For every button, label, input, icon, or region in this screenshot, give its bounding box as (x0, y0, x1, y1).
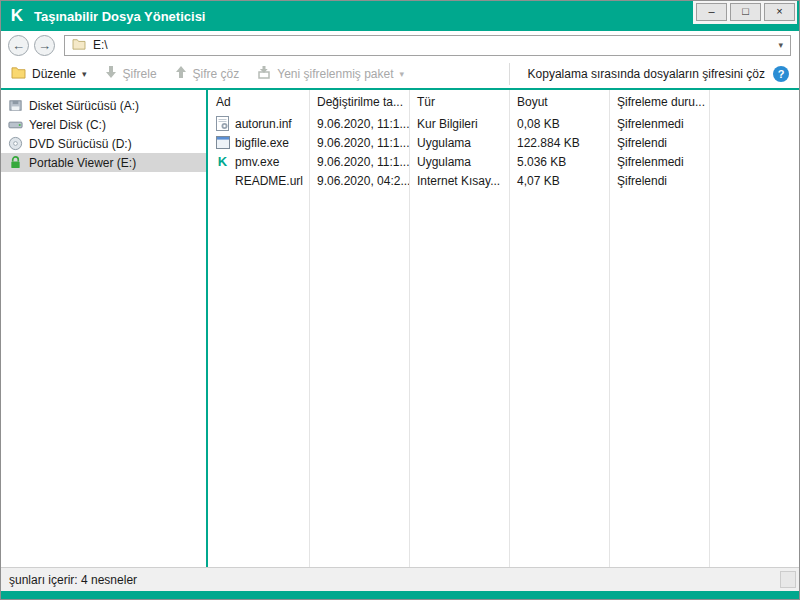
file-name: pmv.exe (235, 155, 279, 169)
minimize-button[interactable]: – (696, 3, 727, 21)
window-controls: – □ × (693, 1, 797, 24)
window-title: Taşınabilir Dosya Yöneticisi (34, 9, 205, 24)
titlebar: K Taşınabilir Dosya Yöneticisi (1, 1, 799, 31)
floppy-drive-icon (7, 98, 23, 113)
application-file-icon (215, 136, 230, 149)
file-size: 0,08 KB (509, 117, 609, 131)
status-text: şunları içerir: 4 nesneler (9, 573, 137, 587)
address-text: E:\ (93, 38, 771, 52)
encrypt-button[interactable]: Şifrele (105, 65, 157, 82)
file-name-cell: autorun.inf (208, 116, 309, 131)
sidebar-item-floppy-a[interactable]: Disket Sürücüsü (A:) (1, 96, 206, 115)
decrypt-on-copy-label: Kopyalama sırasında dosyaların şifresini… (528, 67, 765, 81)
file-size: 4,07 KB (509, 174, 609, 188)
sidebar-item-label: Portable Viewer (E:) (29, 156, 136, 170)
column-divider[interactable] (509, 90, 510, 567)
file-size: 5.036 KB (509, 155, 609, 169)
file-type: Uygulama (409, 136, 509, 150)
back-arrow-icon: ← (12, 38, 25, 53)
decrypt-label: Şifre çöz (193, 67, 240, 81)
sidebar-item-label: Yerel Disk (C:) (29, 118, 106, 132)
column-header-type[interactable]: Tür (409, 95, 509, 109)
file-type: Internet Kısay... (409, 174, 509, 188)
file-modified: 9.06.2020, 11:1... (309, 136, 409, 150)
file-name-cell: K pmv.exe (208, 154, 309, 169)
file-row[interactable]: autorun.inf 9.06.2020, 11:1... Kur Bilgi… (208, 114, 799, 133)
file-name: autorun.inf (235, 117, 292, 131)
file-encryption: Şifrelendi (609, 136, 709, 150)
column-divider[interactable] (709, 90, 710, 567)
hard-disk-icon (7, 117, 23, 132)
file-type: Uygulama (409, 155, 509, 169)
back-button[interactable]: ← (8, 35, 29, 56)
decrypt-button[interactable]: Şifre çöz (175, 65, 240, 82)
dvd-drive-icon (7, 136, 23, 151)
file-type: Kur Bilgileri (409, 117, 509, 131)
file-list: Ad Değiştirilme ta... Tür Boyut Şifrelem… (208, 90, 799, 567)
file-modified: 9.06.2020, 11:1... (309, 117, 409, 131)
encrypt-arrow-down-icon (105, 65, 117, 82)
column-header-size[interactable]: Boyut (509, 95, 609, 109)
kaspersky-logo-icon: K (8, 7, 26, 25)
file-row[interactable]: README.url 9.06.2020, 04:2... Internet K… (208, 171, 799, 190)
column-header-name[interactable]: Ad (208, 95, 309, 109)
address-dropdown-icon[interactable]: ▾ (778, 40, 783, 50)
status-bar: şunları içerir: 4 nesneler (1, 567, 799, 591)
bottom-accent-bar (1, 591, 799, 599)
file-name: README.url (235, 174, 303, 188)
navigation-bar: ← → E:\ ▾ (1, 31, 799, 59)
file-size: 122.884 KB (509, 136, 609, 150)
forward-arrow-icon: → (38, 38, 51, 53)
file-encryption: Şifrelenmedi (609, 155, 709, 169)
sidebar-item-label: DVD Sürücüsü (D:) (29, 137, 132, 151)
kaspersky-app-icon: K (215, 154, 230, 169)
file-list-header: Ad Değiştirilme ta... Tür Boyut Şifrelem… (208, 90, 799, 114)
caret-down-icon: ▾ (400, 69, 405, 79)
address-bar[interactable]: E:\ ▾ (64, 35, 791, 56)
maximize-button[interactable]: □ (730, 3, 761, 21)
encrypt-label: Şifrele (123, 67, 157, 81)
toolbar: Düzenle ▾ Şifrele Şifre çöz Yeni şifrele… (1, 59, 799, 90)
file-name-cell: README.url (208, 174, 309, 188)
folder-icon (11, 66, 26, 82)
setup-info-file-icon (215, 116, 230, 131)
file-row[interactable]: bigfile.exe 9.06.2020, 11:1... Uygulama … (208, 133, 799, 152)
column-divider[interactable] (609, 90, 610, 567)
statusbar-grip[interactable] (780, 571, 796, 588)
forward-button[interactable]: → (34, 35, 55, 56)
file-modified: 9.06.2020, 11:1... (309, 155, 409, 169)
column-header-encryption[interactable]: Şifreleme duru... (609, 95, 709, 109)
file-name-cell: bigfile.exe (208, 136, 309, 150)
organize-button[interactable]: Düzenle ▾ (11, 66, 87, 82)
toolbar-separator (509, 63, 510, 85)
sidebar-item-local-disk-c[interactable]: Yerel Disk (C:) (1, 115, 206, 134)
decrypt-on-copy-option[interactable]: Kopyalama sırasında dosyaların şifresini… (528, 66, 789, 82)
sidebar-item-dvd-d[interactable]: DVD Sürücüsü (D:) (1, 134, 206, 153)
drive-tree: Disket Sürücüsü (A:) Yerel Disk (C:) DVD… (1, 90, 206, 567)
column-header-modified[interactable]: Değiştirilme ta... (309, 95, 409, 109)
decrypt-arrow-up-icon (175, 65, 187, 82)
file-name: bigfile.exe (235, 136, 289, 150)
file-encryption: Şifrelenmedi (609, 117, 709, 131)
sidebar-item-label: Disket Sürücüsü (A:) (29, 99, 139, 113)
file-modified: 9.06.2020, 04:2... (309, 174, 409, 188)
lock-icon (7, 155, 23, 170)
new-package-icon (257, 65, 271, 82)
file-row[interactable]: K pmv.exe 9.06.2020, 11:1... Uygulama 5.… (208, 152, 799, 171)
column-divider[interactable] (309, 90, 310, 567)
address-folder-icon (72, 38, 86, 53)
organize-label: Düzenle (32, 67, 76, 81)
sidebar-item-portable-viewer-e[interactable]: Portable Viewer (E:) (1, 153, 206, 172)
file-encryption: Şifrelendi (609, 174, 709, 188)
column-divider[interactable] (409, 90, 410, 567)
close-button[interactable]: × (764, 3, 795, 21)
caret-down-icon: ▾ (82, 69, 87, 79)
content-area: Disket Sürücüsü (A:) Yerel Disk (C:) DVD… (1, 90, 799, 567)
portable-file-manager-window: – □ × K Taşınabilir Dosya Yöneticisi ← →… (0, 0, 800, 600)
help-icon[interactable]: ? (773, 66, 789, 82)
new-encrypted-package-button[interactable]: Yeni şifrelenmiş paket ▾ (257, 65, 404, 82)
new-package-label: Yeni şifrelenmiş paket (277, 67, 393, 81)
